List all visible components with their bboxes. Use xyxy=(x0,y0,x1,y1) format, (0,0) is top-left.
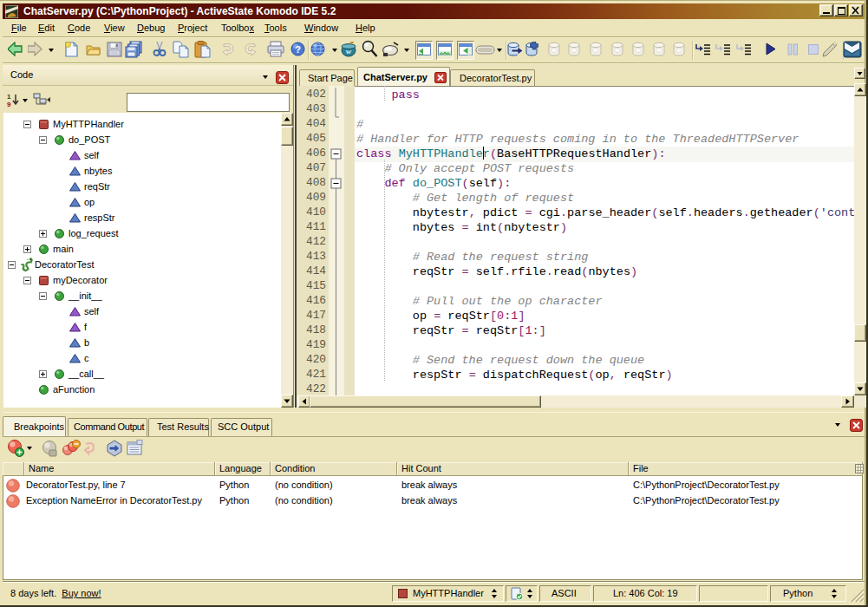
svg-text:9: 9 xyxy=(7,101,11,108)
svg-text:w: w xyxy=(346,47,352,55)
svg-text:?: ? xyxy=(295,44,301,55)
svg-text:1: 1 xyxy=(7,93,11,101)
